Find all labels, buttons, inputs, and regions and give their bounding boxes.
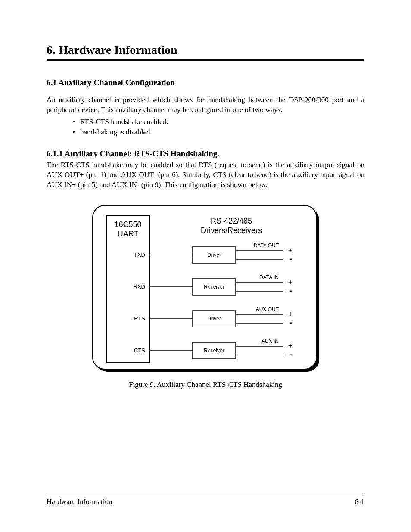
chapter-title: 6. Hardware Information [47,43,364,57]
box-label: Driver [207,252,221,258]
plus-icon: + [288,246,292,254]
box-label: Receiver [204,284,224,290]
uart-title-1: 16C550 [114,220,141,229]
page-footer: Hardware Information 6-1 [47,495,364,506]
signal-label: DATA OUT [254,243,279,249]
figure-caption: Figure 9. Auxiliary Channel RTS-CTS Hand… [47,380,364,389]
subsection-title: 6.1.1 Auxiliary Channel: RTS-CTS Handsha… [47,149,364,159]
signal-label: AUX OUT [256,306,279,312]
section-body: An auxiliary channel is provided which a… [47,95,364,115]
footer-right: 6-1 [355,498,364,506]
signal-label: DATA IN [259,274,279,280]
chapter-rule [47,59,364,61]
list-item-text: handshaking is disabled. [80,128,152,136]
footer-left: Hardware Information [47,498,112,506]
minus-icon: - [289,286,292,295]
drivers-title-2: Drivers/Receivers [201,226,262,235]
uart-pin-label: -CTS [132,347,146,354]
uart-pin-label: RXD [134,283,145,290]
minus-icon: - [289,254,292,263]
figure: 16C550 UART RS-422/485 Drivers/Receivers… [47,202,364,389]
minus-icon: - [289,317,292,327]
drivers-title-1: RS-422/485 [211,217,252,225]
uart-title-2: UART [118,230,139,238]
section-title: 6.1 Auxiliary Channel Configuration [47,78,364,87]
footer-rule [47,495,364,495]
subsection-body: The RTS-CTS handshake may be enabled so … [47,160,364,190]
plus-icon: + [288,342,292,349]
bullet-list: RTS-CTS handshake enabled. handshaking i… [47,117,364,137]
uart-pin-label: -RTS [132,315,145,322]
list-item: RTS-CTS handshake enabled. [72,117,364,127]
signal-label: AUX IN [262,338,279,344]
box-label: Driver [207,316,221,322]
list-item-text: RTS-CTS handshake enabled. [80,118,168,126]
box-label: Receiver [204,348,224,354]
uart-pin-label: TXD [134,252,145,258]
plus-icon: + [288,310,292,317]
list-item: handshaking is disabled. [72,127,364,137]
diagram-svg: 16C550 UART RS-422/485 Drivers/Receivers… [89,202,322,374]
document-page: 6. Hardware Information 6.1 Auxiliary Ch… [0,0,411,532]
plus-icon: + [288,278,292,286]
minus-icon: - [289,349,292,359]
